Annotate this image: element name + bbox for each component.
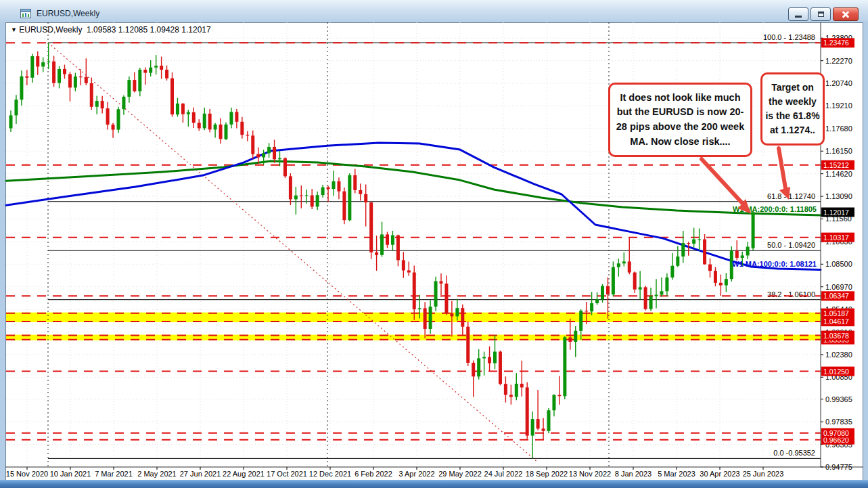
svg-text:61.8 - 1.12740: 61.8 - 1.12740 (767, 192, 815, 200)
price-axis[interactable]: 1.238001.222701.207401.192101.176801.161… (821, 34, 854, 471)
svg-text:1.17680: 1.17680 (825, 125, 852, 133)
svg-text:10 Jan 2021: 10 Jan 2021 (50, 470, 91, 478)
svg-text:13 Nov 2022: 13 Nov 2022 (569, 470, 611, 478)
legend-low: 1.09428 (150, 25, 179, 35)
svg-text:1.01250: 1.01250 (823, 368, 849, 376)
svg-text:30 Apr 2023: 30 Apr 2023 (700, 470, 739, 478)
svg-text:1.08500: 1.08500 (825, 260, 852, 268)
svg-text:0.94775: 0.94775 (825, 463, 852, 471)
svg-text:25 Jun 2023: 25 Jun 2023 (743, 470, 784, 478)
svg-text:1.06970: 1.06970 (825, 283, 852, 291)
annotation-arrows (702, 148, 790, 214)
svg-text:1.12017: 1.12017 (823, 208, 849, 217)
svg-text:1.13090: 1.13090 (825, 192, 852, 200)
chart-legend: ▼ EURUSD,Weekly 1.09583 1.12085 1.09428 … (11, 25, 211, 35)
svg-text:W1 MA:100:0:0: 1.08121: W1 MA:100:0:0: 1.08121 (732, 260, 817, 268)
svg-text:15 Nov 2020: 15 Nov 2020 (6, 470, 48, 478)
svg-text:1.06347: 1.06347 (823, 292, 849, 300)
svg-text:1.23476: 1.23476 (823, 39, 849, 47)
svg-text:0.97080: 0.97080 (823, 429, 849, 437)
svg-text:29 May 2022: 29 May 2022 (438, 470, 482, 478)
svg-text:18 Sep 2022: 18 Sep 2022 (526, 470, 568, 478)
svg-text:1.19210: 1.19210 (825, 102, 852, 110)
svg-text:1.20740: 1.20740 (825, 79, 852, 87)
svg-text:22 Aug 2021: 22 Aug 2021 (223, 470, 265, 478)
time-axis[interactable]: 15 Nov 202010 Jan 20217 Mar 20212 May 20… (6, 467, 783, 478)
annotation-note-target[interactable]: Target on the weekly is the 61.8% at 1.1… (760, 72, 825, 146)
svg-text:6 Feb 2022: 6 Feb 2022 (355, 470, 392, 478)
legend-close: 1.12017 (181, 25, 210, 35)
svg-text:8 Jan 2023: 8 Jan 2023 (615, 470, 652, 478)
svg-text:38.2 - 1.06100: 38.2 - 1.06100 (767, 290, 815, 298)
svg-text:50.0 - 1.09420: 50.0 - 1.09420 (767, 241, 815, 249)
legend-high: 1.12085 (118, 25, 147, 35)
vertical-lines-layer (48, 22, 609, 467)
svg-text:0.0 -0.95352: 0.0 -0.95352 (773, 449, 815, 457)
svg-text:0.97835: 0.97835 (825, 418, 852, 426)
svg-text:0.99365: 0.99365 (825, 395, 852, 403)
legend-open: 1.09583 (87, 25, 116, 35)
svg-text:5 Mar 2023: 5 Mar 2023 (658, 470, 695, 478)
svg-text:1.03678: 1.03678 (823, 332, 849, 340)
svg-text:2 May 2021: 2 May 2021 (137, 470, 176, 478)
svg-text:100.0 - 1.23488: 100.0 - 1.23488 (763, 33, 815, 41)
svg-text:1.16150: 1.16150 (825, 147, 852, 155)
window-bottom-border (0, 480, 868, 488)
legend-dropdown-icon: ▼ (11, 26, 17, 33)
highlight-bands-layer (6, 313, 821, 340)
svg-text:1.10317: 1.10317 (823, 234, 849, 242)
svg-text:3 Apr 2022: 3 Apr 2022 (398, 470, 434, 478)
annotation-note-text: It does not look like much but the EURUS… (615, 91, 746, 150)
svg-text:1.14620: 1.14620 (825, 170, 852, 178)
svg-text:7 Mar 2021: 7 Mar 2021 (95, 470, 133, 478)
annotation-note-200wk-ma[interactable]: It does not look like much but the EURUS… (608, 83, 752, 157)
svg-text:1.04617: 1.04617 (823, 317, 849, 326)
svg-text:24 Jul 2022: 24 Jul 2022 (484, 470, 523, 478)
trendline (48, 43, 536, 461)
svg-text:1.15212: 1.15212 (823, 161, 849, 169)
svg-text:1.05187: 1.05187 (823, 309, 849, 317)
svg-text:1.02380: 1.02380 (825, 351, 852, 359)
legend-symbol: EURUSD,Weekly (19, 25, 82, 35)
svg-text:1.22270: 1.22270 (825, 57, 852, 65)
annotation-target-text: Target on the weekly is the 61.8% at 1.1… (764, 81, 821, 137)
svg-text:12 Dec 2021: 12 Dec 2021 (309, 470, 351, 478)
svg-text:17 Oct 2021: 17 Oct 2021 (267, 470, 307, 478)
svg-text:27 Jun 2021: 27 Jun 2021 (180, 470, 221, 478)
price-chart-canvas[interactable]: 100.0 - 1.2348861.8 - 1.1274050.0 - 1.09… (0, 0, 868, 488)
